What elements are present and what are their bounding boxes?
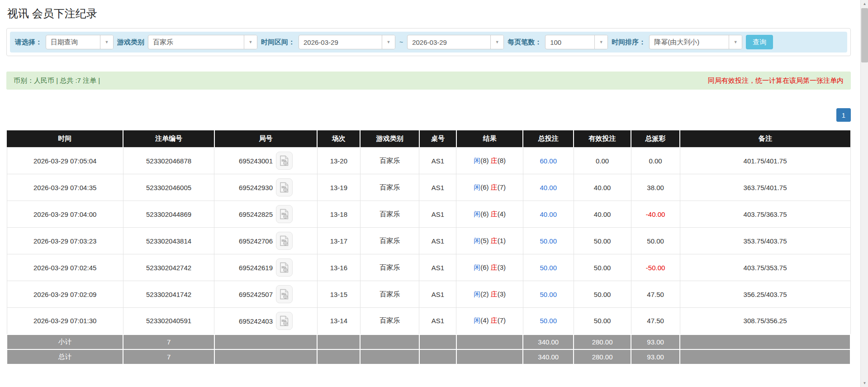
cell-time: 2026-03-29 07:01:30 <box>7 308 123 334</box>
cell-time: 2026-03-29 07:03:23 <box>7 228 123 254</box>
player-result: 闲 <box>474 157 480 164</box>
col-session: 场次 <box>317 130 360 148</box>
table-row: 2026-03-29 07:05:04 523302046878 6952430… <box>7 148 850 174</box>
page-size-label: 每页笔数： <box>508 38 541 47</box>
player-result: 闲 <box>474 290 480 298</box>
total-row: 总计 7 340.00 280.00 93.00 <box>7 349 850 364</box>
cell-valid-bet: 50.00 <box>574 228 631 254</box>
query-type-label: 请选择： <box>15 38 42 47</box>
subtotal-total-bet: 340.00 <box>523 334 574 349</box>
scrollbar[interactable]: ▲ ▼ <box>860 0 868 387</box>
cell-remark: 353.75/403.75 <box>680 228 850 254</box>
chevron-down-icon[interactable]: ▼ <box>382 35 395 49</box>
col-time: 时间 <box>7 130 123 148</box>
currency-summary-text: 币别：人民币 | 总共 :7 注单 | <box>14 76 100 85</box>
cell-total-bet[interactable]: 60.00 <box>523 148 574 174</box>
subtotal-count: 7 <box>123 334 214 349</box>
cell-valid-bet: 50.00 <box>574 308 631 334</box>
subtotal-payout: 93.00 <box>631 334 680 349</box>
search-button[interactable]: 查询 <box>746 35 773 49</box>
scroll-up-icon[interactable]: ▲ <box>861 0 868 8</box>
table-row: 2026-03-29 07:02:45 523302042742 6952426… <box>7 254 850 281</box>
cell-round-id: 695242825 <box>214 201 318 228</box>
video-record-icon[interactable] <box>276 152 293 170</box>
cell-bet-id: 523302041742 <box>123 281 214 308</box>
col-round-id: 局号 <box>214 130 318 148</box>
cell-total-bet[interactable]: 50.00 <box>523 254 574 281</box>
cell-time: 2026-03-29 07:05:04 <box>7 148 123 174</box>
chevron-down-icon[interactable]: ▼ <box>490 35 503 49</box>
scrollbar-thumb[interactable] <box>861 8 868 62</box>
sort-value: 降幂(由大到小) <box>650 35 729 49</box>
banker-result: 庄 <box>491 316 498 324</box>
cell-session: 13-17 <box>317 228 360 254</box>
cell-total-bet[interactable]: 40.00 <box>523 201 574 228</box>
total-count: 7 <box>123 349 214 364</box>
col-game-type: 游戏类别 <box>360 130 419 148</box>
cell-payout: -40.00 <box>631 201 680 228</box>
page-size-select[interactable]: 100 ▼ <box>545 35 608 49</box>
cell-bet-id: 523302040591 <box>123 308 214 334</box>
subtotal-valid-bet: 280.00 <box>574 334 631 349</box>
cell-total-bet[interactable]: 50.00 <box>523 308 574 334</box>
table-row: 2026-03-29 07:03:23 523302043814 6952427… <box>7 228 850 254</box>
cell-time: 2026-03-29 07:04:35 <box>7 174 123 201</box>
filter-panel: 请选择： 日期查询 ▼ 游戏类别 百家乐 ▼ 时间区间： 2026-03-29 … <box>6 28 851 56</box>
cell-time: 2026-03-29 07:04:00 <box>7 201 123 228</box>
query-type-select[interactable]: 日期查询 ▼ <box>46 35 114 49</box>
video-record-icon[interactable] <box>276 205 293 223</box>
sort-select[interactable]: 降幂(由大到小) ▼ <box>649 35 742 49</box>
table-header: 时间 注单编号 局号 场次 游戏类别 桌号 结果 总投注 有效投注 总派彩 备注 <box>7 130 850 148</box>
time-range-label: 时间区间： <box>261 38 295 47</box>
page: 视讯 会员下注纪录 请选择： 日期查询 ▼ 游戏类别 百家乐 ▼ 时间区间： 2… <box>0 0 868 387</box>
cell-round-id: 695242930 <box>214 174 318 201</box>
page-title: 视讯 会员下注纪录 <box>7 6 851 21</box>
chevron-down-icon[interactable]: ▼ <box>244 35 257 49</box>
cell-round-id: 695242403 <box>214 308 318 334</box>
cell-time: 2026-03-29 07:02:09 <box>7 281 123 308</box>
col-remark: 备注 <box>680 130 850 148</box>
date-from-select[interactable]: 2026-03-29 ▼ <box>299 35 395 49</box>
video-record-icon[interactable] <box>276 258 293 277</box>
summary-bar: 币别：人民币 | 总共 :7 注单 | 同局有效投注，统一计算在该局第一张注单内 <box>6 72 851 90</box>
game-type-select[interactable]: 百家乐 ▼ <box>148 35 257 49</box>
date-to-select[interactable]: 2026-03-29 ▼ <box>407 35 504 49</box>
cell-round-id: 695242706 <box>214 228 318 254</box>
col-table-no: 桌号 <box>419 130 456 148</box>
cell-session: 13-19 <box>317 174 360 201</box>
cell-payout: 38.00 <box>631 174 680 201</box>
banker-result: 庄 <box>491 237 498 244</box>
chevron-down-icon[interactable]: ▼ <box>729 35 742 49</box>
player-result: 闲 <box>474 263 480 271</box>
scroll-down-icon[interactable]: ▼ <box>861 379 868 387</box>
col-result: 结果 <box>456 130 523 148</box>
table-row: 2026-03-29 07:02:09 523302041742 6952425… <box>7 281 850 308</box>
cell-total-bet[interactable]: 50.00 <box>523 281 574 308</box>
total-label: 总计 <box>7 349 123 364</box>
cell-valid-bet: 50.00 <box>574 254 631 281</box>
cell-result: 闲(4) 庄(7) <box>456 308 523 334</box>
banker-result: 庄 <box>491 290 498 298</box>
video-record-icon[interactable] <box>276 285 293 303</box>
page-1-button[interactable]: 1 <box>836 108 851 122</box>
banker-result: 庄 <box>491 183 498 191</box>
cell-game-type: 百家乐 <box>360 281 419 308</box>
cell-game-type: 百家乐 <box>360 201 419 228</box>
cell-game-type: 百家乐 <box>360 148 419 174</box>
cell-total-bet[interactable]: 40.00 <box>523 174 574 201</box>
cell-table-no: AS1 <box>419 201 456 228</box>
cell-total-bet[interactable]: 50.00 <box>523 228 574 254</box>
cell-game-type: 百家乐 <box>360 308 419 334</box>
chevron-down-icon[interactable]: ▼ <box>100 35 113 49</box>
player-result: 闲 <box>474 183 480 191</box>
cell-remark: 401.75/401.75 <box>680 148 850 174</box>
video-record-icon[interactable] <box>276 232 293 250</box>
cell-remark: 403.75/363.75 <box>680 201 850 228</box>
cell-valid-bet: 40.00 <box>574 174 631 201</box>
chevron-down-icon[interactable]: ▼ <box>594 35 607 49</box>
cell-result: 闲(2) 庄(3) <box>456 281 523 308</box>
video-record-icon[interactable] <box>276 312 293 330</box>
cell-payout: 47.50 <box>631 308 680 334</box>
video-record-icon[interactable] <box>276 178 293 196</box>
bet-records-table: 时间 注单编号 局号 场次 游戏类别 桌号 结果 总投注 有效投注 总派彩 备注… <box>6 130 851 365</box>
